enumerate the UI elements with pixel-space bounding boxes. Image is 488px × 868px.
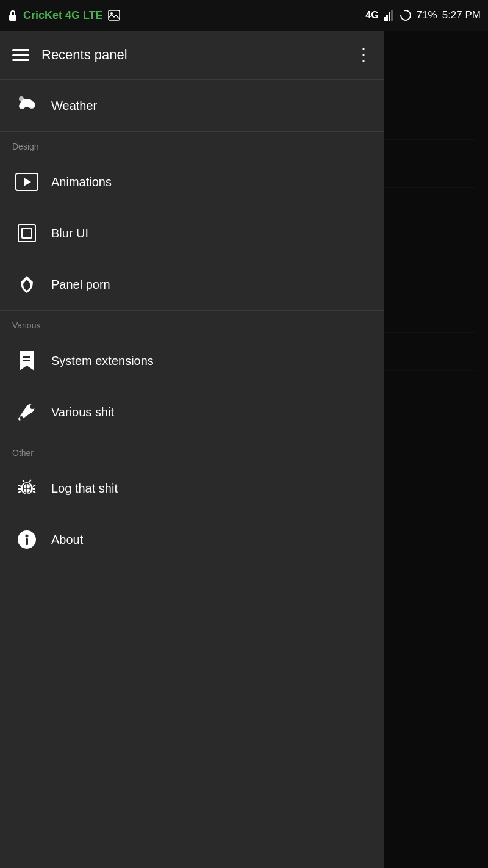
status-bar: CricKet 4G LTE 4G 71% 5:27 PM — [0, 0, 488, 31]
blur-icon — [12, 219, 41, 248]
status-bar-left: CricKet 4G LTE — [7, 9, 120, 22]
about-label: About — [51, 533, 83, 547]
section-various-label: Various — [0, 311, 384, 335]
svg-line-28 — [18, 491, 21, 493]
svg-point-38 — [26, 535, 29, 538]
menu-item-system-extensions[interactable]: System extensions — [0, 335, 384, 386]
svg-rect-0 — [9, 15, 16, 21]
svg-rect-39 — [26, 538, 28, 545]
menu-item-blur-ui[interactable]: Blur UI — [0, 208, 384, 259]
time-label: 5:27 PM — [442, 9, 481, 21]
navigation-drawer: Recents panel ⋮ Weather — [0, 31, 384, 868]
sync-icon — [400, 9, 412, 21]
section-other-label: Other — [0, 438, 384, 463]
svg-point-7 — [401, 10, 411, 20]
svg-line-29 — [33, 485, 35, 486]
menu-item-weather[interactable]: Weather — [0, 80, 384, 131]
system-extensions-label: System extensions — [51, 354, 154, 368]
svg-rect-18 — [22, 228, 32, 238]
svg-point-22 — [30, 404, 35, 409]
svg-rect-6 — [391, 10, 393, 21]
drawer-header-left: Recents panel — [12, 47, 127, 63]
section-design-label: Design — [0, 132, 384, 156]
svg-rect-4 — [386, 15, 388, 21]
animations-icon — [12, 167, 41, 197]
system-extensions-icon — [12, 346, 41, 375]
svg-point-21 — [20, 416, 23, 420]
log-icon — [12, 474, 41, 503]
svg-rect-17 — [18, 225, 35, 242]
drawer-scrim[interactable] — [384, 31, 488, 868]
lock-icon — [7, 9, 18, 21]
weather-icon — [12, 91, 41, 120]
about-icon — [12, 525, 41, 554]
svg-point-13 — [28, 101, 35, 109]
panel-icon — [12, 270, 41, 299]
panel-porn-label: Panel porn — [51, 278, 110, 292]
weather-label: Weather — [51, 99, 97, 113]
menu-item-various-shit[interactable]: Various shit — [0, 386, 384, 438]
menu-item-about[interactable]: About — [0, 514, 384, 565]
battery-level: 71% — [417, 9, 437, 21]
svg-point-14 — [19, 96, 24, 101]
blur-ui-label: Blur UI — [51, 226, 88, 241]
svg-line-31 — [33, 491, 35, 493]
svg-rect-1 — [109, 10, 120, 20]
image-icon — [108, 10, 120, 21]
drawer-header: Recents panel ⋮ — [0, 31, 384, 79]
animations-label: Animations — [51, 175, 112, 189]
menu-item-log-that-shit[interactable]: Log that shit — [0, 463, 384, 514]
more-options-button[interactable]: ⋮ — [355, 46, 372, 63]
signal-icon — [384, 10, 395, 21]
svg-rect-5 — [389, 12, 390, 21]
svg-rect-3 — [384, 17, 386, 21]
carrier-label: CricKet 4G LTE — [23, 9, 103, 22]
menu-item-animations[interactable]: Animations — [0, 156, 384, 208]
log-that-shit-label: Log that shit — [51, 482, 118, 496]
wrench-icon — [12, 397, 41, 427]
menu-item-panel-porn[interactable]: Panel porn — [0, 259, 384, 310]
svg-line-26 — [18, 485, 21, 486]
status-bar-right: 4G 71% 5:27 PM — [365, 9, 481, 21]
svg-line-25 — [29, 480, 31, 482]
hamburger-button[interactable] — [12, 49, 29, 61]
svg-marker-16 — [24, 178, 31, 186]
drawer-title: Recents panel — [41, 47, 127, 63]
network-type: 4G — [365, 10, 378, 21]
various-shit-label: Various shit — [51, 405, 114, 419]
svg-line-24 — [23, 480, 24, 482]
